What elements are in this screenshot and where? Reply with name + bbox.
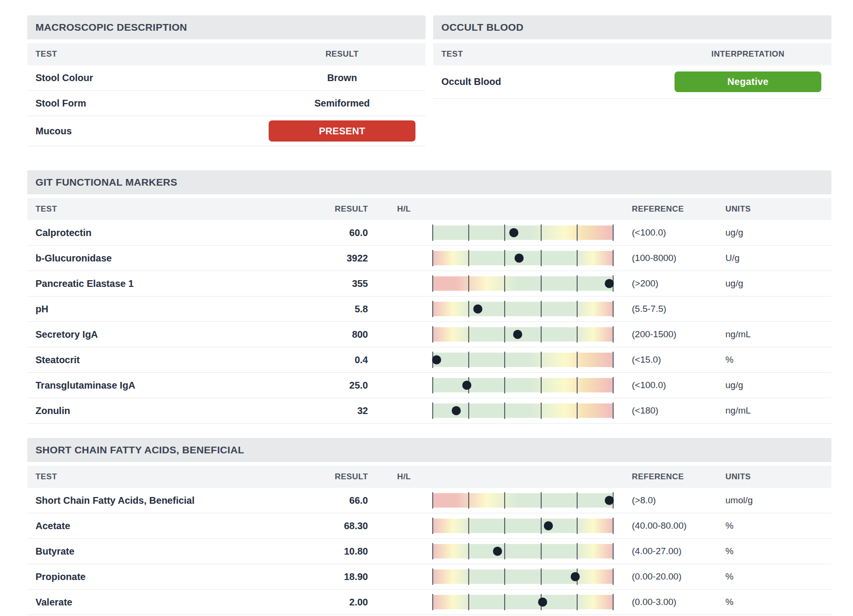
- column-header-test: TEST: [27, 472, 310, 482]
- units-label: %: [725, 355, 831, 365]
- column-header-row: TEST INTERPRETATION: [433, 43, 831, 65]
- git-functional-markers-panel: GIT FUNCTIONAL MARKERS TEST RESULT H/L R…: [27, 170, 831, 424]
- result-cell: PRESENT: [269, 120, 415, 142]
- reference-range: (0.00-3.00): [632, 597, 725, 607]
- units-label: ug/g: [725, 227, 831, 238]
- column-header-test: TEST: [27, 49, 269, 59]
- table-row: Stool Colour Brown: [27, 65, 426, 91]
- table-row: Valerate 2.00 (0.00-3.00) %: [27, 590, 831, 615]
- result-value: 3922: [310, 253, 378, 264]
- test-name: Transglutaminase IgA: [27, 380, 310, 391]
- table-row: Transglutaminase IgA 25.0 (<100.0) ug/g: [27, 373, 831, 398]
- column-header-result: RESULT: [310, 472, 378, 482]
- test-name: Zonulin: [27, 405, 310, 416]
- reference-range: (4.00-27.00): [632, 546, 725, 557]
- table-row: Propionate 18.90 (0.00-20.00) %: [27, 564, 831, 590]
- reference-range: (40.00-80.00): [632, 521, 725, 531]
- table-row: Mucous PRESENT: [27, 116, 426, 146]
- result-value: 0.4: [310, 355, 378, 366]
- scfa-panel: SHORT CHAIN FATTY ACIDS, BENEFICIAL TEST…: [27, 438, 831, 615]
- reference-range: (0.00-20.00): [632, 571, 725, 582]
- result-value: 25.0: [310, 380, 378, 391]
- table-row: Short Chain Fatty Acids, Beneficial 66.0…: [27, 488, 831, 513]
- panel-title: GIT FUNCTIONAL MARKERS: [27, 170, 831, 194]
- column-header-test: TEST: [433, 49, 675, 59]
- test-name: Valerate: [27, 597, 310, 608]
- reference-range-bar: [433, 595, 613, 609]
- result-value: 2.00: [310, 597, 378, 608]
- test-name: Pancreatic Elastase 1: [27, 278, 310, 289]
- result-cell: Negative: [675, 71, 821, 92]
- units-label: %: [725, 521, 831, 531]
- column-header-row: TEST RESULT: [27, 43, 426, 65]
- units-label: ng/mL: [725, 405, 831, 416]
- column-header-row: TEST RESULT H/L REFERENCE UNITS: [27, 198, 831, 220]
- reference-range: (<15.0): [632, 355, 725, 365]
- reference-range-bar: [433, 493, 613, 508]
- result-value: 355: [310, 278, 378, 289]
- units-label: %: [725, 597, 831, 607]
- result-value: 10.80: [310, 546, 378, 557]
- reference-range: (200-1500): [632, 329, 725, 340]
- occult-blood-panel: OCCULT BLOOD TEST INTERPRETATION Occult …: [433, 15, 831, 146]
- table-row: Stool Form Semiformed: [27, 91, 426, 116]
- table-row: Zonulin 32 (<180) ng/mL: [27, 398, 831, 424]
- result-value: 32: [310, 405, 378, 416]
- reference-range-bar: [433, 378, 613, 392]
- column-header-hl: H/L: [378, 472, 430, 482]
- reference-range-bar: [433, 569, 613, 584]
- reference-range: (>200): [632, 278, 725, 289]
- macroscopic-panel: MACROSCOPIC DESCRIPTION TEST RESULT Stoo…: [27, 15, 426, 146]
- result-value: Semiformed: [269, 98, 415, 109]
- reference-range-bar: [433, 225, 613, 240]
- reference-range-bar: [433, 353, 613, 367]
- table-row: Acetate 68.30 (40.00-80.00) %: [27, 513, 831, 539]
- reference-range-bar: [433, 519, 613, 533]
- units-label: %: [725, 546, 831, 557]
- table-row: Pancreatic Elastase 1 355 (>200) ug/g: [27, 271, 831, 296]
- units-label: %: [725, 571, 831, 582]
- result-value: 5.8: [310, 304, 378, 315]
- result-value: 18.90: [310, 571, 378, 582]
- test-name: pH: [27, 304, 310, 315]
- test-name: Secretory IgA: [27, 329, 310, 340]
- test-name: Propionate: [27, 571, 310, 582]
- table-row: b-Glucuronidase 3922 (100-8000) U/g: [27, 246, 831, 271]
- result-value: 800: [310, 329, 378, 340]
- column-header-result: RESULT: [269, 49, 415, 59]
- test-name: Occult Blood: [433, 76, 675, 87]
- reference-range-bar: [433, 544, 613, 558]
- reference-range-bar: [433, 276, 613, 291]
- test-name: Stool Form: [27, 98, 269, 109]
- panel-title: OCCULT BLOOD: [433, 15, 831, 39]
- test-name: b-Glucuronidase: [27, 253, 310, 264]
- column-header-test: TEST: [27, 204, 310, 214]
- column-header-interpretation: INTERPRETATION: [675, 49, 821, 59]
- units-label: ug/g: [725, 278, 831, 289]
- column-header-units: UNITS: [725, 472, 831, 482]
- column-header-units: UNITS: [725, 204, 831, 214]
- column-header-result: RESULT: [310, 204, 378, 214]
- panel-title: SHORT CHAIN FATTY ACIDS, BENEFICIAL: [27, 438, 831, 462]
- status-badge-negative: Negative: [675, 71, 821, 92]
- table-row: pH 5.8 (5.5-7.5): [27, 296, 831, 322]
- units-label: umol/g: [725, 495, 831, 506]
- test-name: Butyrate: [27, 546, 310, 557]
- units-label: U/g: [725, 253, 831, 263]
- result-value: 66.0: [310, 495, 378, 506]
- units-label: ug/g: [725, 380, 831, 391]
- column-header-hl: H/L: [378, 204, 430, 214]
- test-name: Calprotectin: [27, 227, 310, 238]
- reference-range-bar: [433, 251, 613, 265]
- column-header-reference: REFERENCE: [632, 472, 725, 482]
- table-row: Butyrate 10.80 (4.00-27.00) %: [27, 539, 831, 564]
- table-row: Calprotectin 60.0 (<100.0) ug/g: [27, 220, 831, 246]
- reference-range: (5.5-7.5): [632, 304, 725, 314]
- reference-range: (>8.0): [632, 495, 725, 506]
- table-row: Steatocrit 0.4 (<15.0) %: [27, 347, 831, 373]
- reference-range-bar: [433, 302, 613, 316]
- reference-range-bar: [433, 327, 613, 342]
- test-name: Short Chain Fatty Acids, Beneficial: [27, 495, 310, 506]
- panel-title: MACROSCOPIC DESCRIPTION: [27, 15, 426, 39]
- reference-range: (<180): [632, 405, 725, 416]
